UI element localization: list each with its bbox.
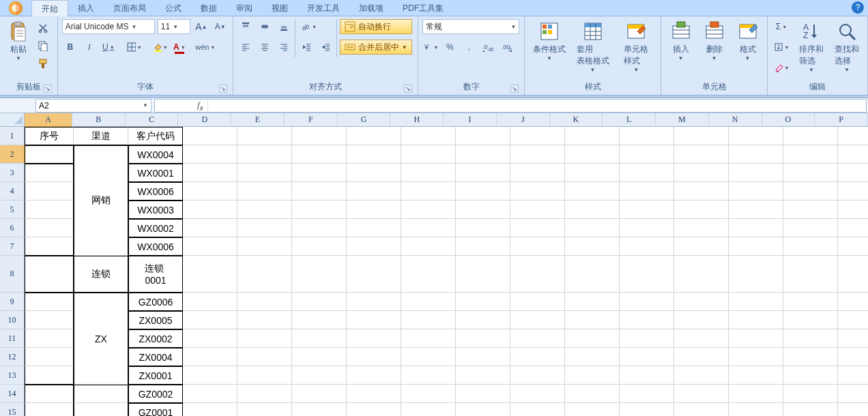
cell[interactable]: WX0006 [128,237,183,256]
cell[interactable]: 网销 [74,145,128,256]
cell[interactable] [183,164,237,182]
cell[interactable] [783,311,838,329]
align-middle-button[interactable] [257,19,273,34]
column-header[interactable]: B [72,113,126,127]
cell[interactable]: WX0001 [128,164,183,182]
cell[interactable] [183,366,237,385]
cell[interactable] [25,348,74,366]
cell[interactable] [292,182,347,200]
cell[interactable] [510,385,565,403]
insert-cells-button[interactable]: 插入▼ [665,19,696,61]
cell[interactable] [456,293,510,311]
cell[interactable] [25,145,74,164]
column-header[interactable]: I [444,113,497,127]
cell[interactable] [729,348,783,366]
delete-cells-button[interactable]: 删除▼ [699,19,729,61]
column-header[interactable]: O [762,113,815,127]
cell[interactable] [565,182,620,200]
cell[interactable] [456,311,510,329]
cell[interactable] [729,311,783,329]
cell[interactable] [237,385,292,403]
cell[interactable] [401,366,456,385]
cell[interactable] [456,219,510,237]
tab-插入[interactable]: 插入 [68,0,104,16]
autosum-button[interactable]: Σ▼ [772,19,791,34]
italic-button[interactable]: I [81,40,98,55]
cell[interactable] [510,256,565,293]
cell[interactable] [620,329,674,348]
cell[interactable] [292,403,347,416]
cell[interactable] [565,219,620,237]
cell[interactable] [783,219,838,237]
cell[interactable] [620,219,674,237]
name-box[interactable]: A2▼ [35,99,151,113]
cell[interactable] [838,385,868,403]
cell[interactable] [456,237,510,256]
cell[interactable] [674,237,729,256]
cell[interactable] [674,293,729,311]
cell[interactable] [347,293,401,311]
merge-center-button[interactable]: 合并后居中▼ [340,40,412,55]
cell[interactable] [456,164,510,182]
insert-function-button[interactable]: fx [155,100,208,112]
grow-font-button[interactable]: A▲ [193,19,209,34]
cell[interactable] [620,182,674,200]
cell[interactable] [401,385,456,403]
format-as-table-button[interactable]: 套用 表格格式▼ [573,19,613,73]
cell[interactable] [729,256,783,293]
chevron-down-icon[interactable]: ▼ [510,24,516,30]
cell[interactable] [510,403,565,416]
cell[interactable] [183,311,237,329]
cell[interactable] [674,200,729,219]
row-header[interactable]: 1 [0,127,25,145]
cell[interactable] [838,256,868,293]
cell[interactable]: ZX0005 [128,311,183,329]
cell[interactable] [183,237,237,256]
cell[interactable] [674,329,729,348]
cell[interactable] [292,256,347,293]
cell[interactable] [729,385,783,403]
cell[interactable] [347,182,401,200]
cell[interactable] [620,366,674,385]
cell[interactable] [729,219,783,237]
cell[interactable] [783,293,838,311]
help-icon[interactable]: ? [852,1,864,14]
cell[interactable] [838,348,868,366]
cell[interactable] [838,293,868,311]
cell[interactable] [401,293,456,311]
underline-button[interactable]: U▼ [100,40,117,55]
row-header[interactable]: 5 [0,200,25,219]
tab-PDF工具集[interactable]: PDF工具集 [393,0,453,16]
cell[interactable] [456,127,510,145]
cell[interactable] [183,182,237,200]
cell[interactable] [838,182,868,200]
cell[interactable] [347,145,401,164]
cell[interactable] [510,366,565,385]
row-header[interactable]: 11 [0,329,25,348]
conditional-formatting-button[interactable]: 条件格式▼ [529,19,570,61]
cell[interactable] [565,145,620,164]
row-header[interactable]: 2 [0,145,25,164]
cell[interactable] [565,403,620,416]
cell[interactable] [729,237,783,256]
cell[interactable] [183,145,237,164]
decrease-indent-button[interactable] [298,40,315,55]
cell[interactable]: WX0006 [128,182,183,200]
dialog-launcher-icon[interactable]: ↘ [219,85,227,93]
cell[interactable] [237,182,292,200]
column-header[interactable]: L [603,113,656,127]
cell[interactable] [401,127,456,145]
align-bottom-button[interactable] [276,19,292,34]
font-name-combo[interactable]: Arial Unicode MS▼ [62,19,155,34]
cell[interactable] [838,237,868,256]
cell[interactable] [237,200,292,219]
column-header[interactable]: M [656,113,709,127]
tab-公式[interactable]: 公式 [156,0,191,16]
cell[interactable] [565,164,620,182]
cell[interactable] [565,329,620,348]
cell[interactable] [401,219,456,237]
cell[interactable] [456,403,510,416]
dialog-launcher-icon[interactable]: ↘ [44,85,52,93]
cell[interactable] [25,311,74,329]
cell[interactable] [401,200,456,219]
